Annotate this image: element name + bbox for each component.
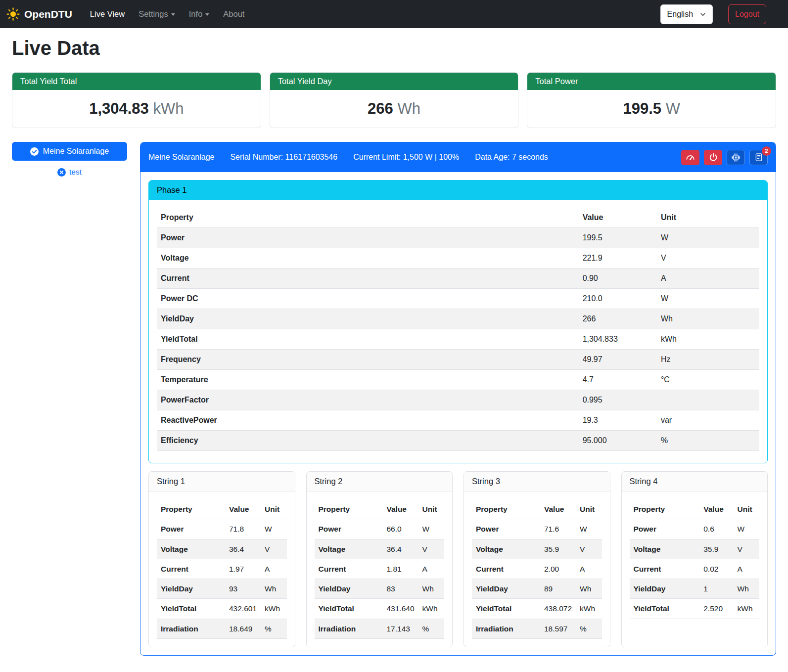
string-table-head: Property Value Unit: [157, 499, 287, 519]
phase-card: Phase 1 Property Value Unit: [148, 180, 768, 463]
power-button[interactable]: [704, 150, 722, 165]
column-header-property: Property: [315, 499, 383, 519]
nav-item-about[interactable]: About: [217, 5, 250, 23]
language-select[interactable]: English: [660, 4, 713, 24]
summary-card-total-power: Total Power 199.5 W: [527, 72, 776, 128]
cell-value: 0.90: [579, 269, 657, 289]
column-header-property: Property: [157, 208, 579, 228]
cell-property: Power: [157, 228, 579, 248]
cell-property: YieldDay: [630, 579, 700, 599]
cell-unit: %: [576, 619, 602, 638]
cell-value: 71.6: [540, 519, 576, 539]
cell-value: 18.649: [225, 619, 261, 638]
nav-item-settings[interactable]: Settings: [133, 5, 181, 23]
cell-property: Power DC: [157, 289, 579, 309]
summary-card-total-yield-day: Total Yield Day 266 Wh: [270, 72, 519, 128]
cell-property: Power: [315, 519, 383, 539]
table-row: Efficiency 95.000 %: [157, 431, 759, 451]
cell-property: Voltage: [315, 539, 383, 559]
phase-table-body: Power 199.5 W Voltage 221.9 V: [157, 228, 759, 451]
inverter-select-label: Meine Solaranlage: [43, 147, 109, 156]
string-table-head: Property Value Unit: [630, 499, 760, 519]
string-card-body: Property Value Unit Power: [149, 492, 295, 647]
string-card-title: String 3: [464, 472, 610, 492]
summary-card-title: Total Power: [527, 73, 776, 90]
power-icon: [709, 153, 718, 162]
string-table-body: Power 71.8 W Voltage 36.4 V: [157, 519, 287, 639]
table-row: YieldTotal 431.640 kWh: [315, 599, 445, 619]
table-row: YieldDay 89 Wh: [472, 579, 602, 599]
page-container: Live Data Total Yield Total 1,304.83 kWh…: [0, 37, 788, 669]
cell-property: YieldTotal: [157, 599, 225, 619]
inverter-card-body: Phase 1 Property Value Unit: [140, 172, 776, 655]
column-header-value: Value: [579, 208, 657, 228]
cell-unit: Wh: [418, 579, 445, 599]
cell-value: 4.7: [579, 370, 657, 390]
table-row: Frequency 49.97 Hz: [157, 350, 759, 370]
nav-label: About: [223, 9, 244, 19]
table-row: Power 0.6 W: [630, 519, 760, 539]
cell-value: 49.97: [579, 350, 657, 370]
string-table-body: Power 0.6 W Voltage 35.9 V: [630, 519, 760, 619]
table-row: Voltage 35.9 V: [630, 539, 760, 559]
device-info-button[interactable]: [727, 150, 745, 165]
cell-value: 1.97: [225, 559, 261, 579]
cell-unit: kWh: [657, 329, 759, 350]
string-card-title: String 2: [307, 472, 453, 492]
cell-property: Current: [315, 559, 383, 579]
summary-value: 266: [368, 100, 393, 117]
string-card-body: Property Value Unit Power: [622, 492, 768, 647]
cell-value: 438.072: [540, 599, 576, 619]
journal-icon: [754, 153, 763, 162]
cell-property: YieldDay: [472, 579, 540, 599]
table-row: Current 0.90 A: [157, 269, 759, 289]
cell-value: 35.9: [699, 539, 733, 559]
cell-value: 210.0: [579, 289, 657, 309]
table-row: Current 1.97 A: [157, 559, 287, 579]
cell-property: Frequency: [157, 350, 579, 370]
cell-value: 93: [225, 579, 261, 599]
cell-unit: V: [576, 539, 602, 559]
column-header-property: Property: [472, 499, 540, 519]
cell-property: Efficiency: [157, 431, 579, 451]
cell-unit: Wh: [657, 309, 759, 329]
inverter-item-label: test: [69, 168, 82, 177]
cell-unit: A: [418, 559, 445, 579]
table-row: YieldDay 1 Wh: [630, 579, 760, 599]
string-table-head: Property Value Unit: [472, 499, 602, 519]
inverter-item-test[interactable]: test: [12, 168, 127, 177]
brand-name: OpenDTU: [24, 8, 72, 20]
logout-button[interactable]: Logout: [728, 4, 766, 24]
column-header-unit: Unit: [657, 208, 759, 228]
navbar: OpenDTU Live View Settings Info About En…: [0, 0, 788, 28]
cell-value: 221.9: [579, 248, 657, 269]
column-header-value: Value: [225, 499, 261, 519]
cell-property: YieldTotal: [315, 599, 383, 619]
table-row: Voltage 36.4 V: [315, 539, 445, 559]
summary-value: 1,304.83: [89, 100, 149, 117]
inverter-select-button[interactable]: Meine Solaranlage: [12, 142, 127, 161]
cell-property: Irradiation: [157, 619, 225, 638]
cell-unit: kWh: [261, 599, 287, 619]
nav-label: Settings: [139, 9, 168, 19]
table-row: YieldTotal 438.072 kWh: [472, 599, 602, 619]
summary-card-total-yield-total: Total Yield Total 1,304.83 kWh: [12, 72, 261, 128]
table-row: YieldTotal 2.520 kWh: [630, 599, 760, 619]
event-log-button[interactable]: 2: [749, 150, 768, 165]
brand[interactable]: OpenDTU: [6, 7, 72, 21]
check-circle-icon: [30, 147, 39, 156]
nav-item-info[interactable]: Info: [183, 5, 216, 23]
cell-value: 18.597: [540, 619, 576, 638]
cell-value: 35.9: [540, 539, 576, 559]
chevron-down-icon: [205, 13, 209, 16]
table-row: Temperature 4.7 °C: [157, 370, 759, 390]
cell-property: Current: [472, 559, 540, 579]
nav-item-live-view[interactable]: Live View: [84, 5, 131, 23]
cell-value: 266: [579, 309, 657, 329]
sun-icon: [6, 7, 20, 21]
limit-settings-button[interactable]: [681, 150, 699, 165]
table-row: Voltage 36.4 V: [157, 539, 287, 559]
cell-value: 2.520: [699, 599, 733, 619]
cell-property: Irradiation: [315, 619, 383, 638]
string-card-4: String 4 Property Value Unit: [621, 471, 768, 647]
